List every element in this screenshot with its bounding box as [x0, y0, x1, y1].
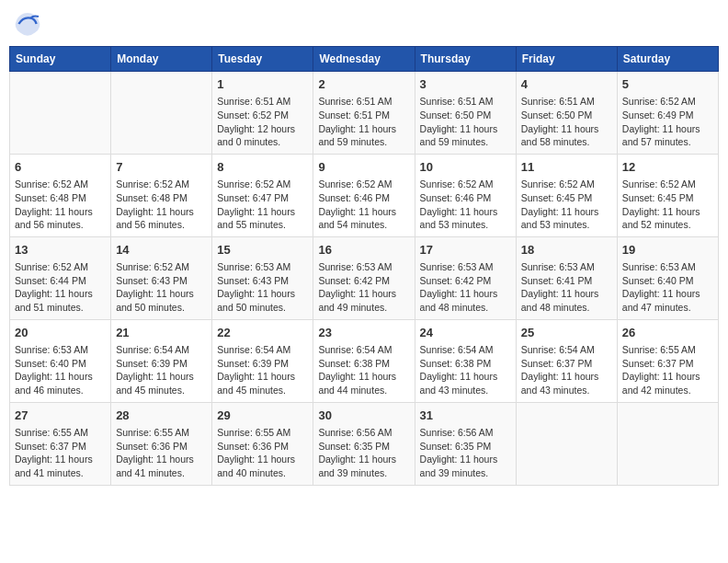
day-detail: and 57 minutes.: [622, 135, 713, 149]
day-number: 8: [217, 159, 308, 176]
day-number: 9: [318, 159, 409, 176]
day-detail: Sunrise: 6:56 AM: [318, 426, 409, 440]
day-detail: Sunrise: 6:55 AM: [622, 343, 713, 357]
day-detail: Daylight: 11 hours: [318, 122, 409, 136]
calendar-cell: 11Sunrise: 6:52 AMSunset: 6:45 PMDayligh…: [516, 154, 617, 236]
calendar-cell: 7Sunrise: 6:52 AMSunset: 6:48 PMDaylight…: [111, 154, 212, 236]
day-number: 4: [521, 76, 612, 93]
calendar-cell: 30Sunrise: 6:56 AMSunset: 6:35 PMDayligh…: [313, 402, 415, 485]
calendar-cell: 9Sunrise: 6:52 AMSunset: 6:46 PMDaylight…: [313, 154, 415, 236]
day-detail: and 59 minutes.: [420, 135, 511, 149]
day-number: 29: [217, 408, 308, 424]
day-detail: Sunrise: 6:52 AM: [521, 178, 612, 191]
day-number: 24: [420, 325, 511, 341]
day-number: 7: [116, 159, 207, 176]
day-detail: Sunset: 6:52 PM: [217, 109, 308, 122]
day-detail: Daylight: 11 hours: [116, 453, 207, 466]
day-detail: Sunrise: 6:55 AM: [217, 426, 308, 440]
week-row-5: 27Sunrise: 6:55 AMSunset: 6:37 PMDayligh…: [10, 402, 719, 485]
day-number: 21: [116, 325, 207, 341]
day-detail: Sunset: 6:38 PM: [420, 357, 511, 371]
day-number: 16: [318, 242, 409, 259]
day-detail: Sunset: 6:47 PM: [217, 191, 308, 205]
day-detail: and 50 minutes.: [116, 301, 207, 315]
calendar-cell: 27Sunrise: 6:55 AMSunset: 6:37 PMDayligh…: [10, 402, 111, 485]
day-number: 26: [622, 325, 713, 341]
day-detail: and 53 minutes.: [521, 218, 612, 232]
day-detail: Sunset: 6:46 PM: [318, 191, 409, 205]
day-detail: Daylight: 11 hours: [318, 287, 409, 301]
day-number: 28: [116, 408, 207, 424]
day-detail: Daylight: 11 hours: [116, 205, 207, 219]
calendar-cell: 15Sunrise: 6:53 AMSunset: 6:43 PMDayligh…: [212, 236, 313, 319]
day-detail: Daylight: 11 hours: [318, 370, 409, 384]
header-day-monday: Monday: [111, 47, 212, 72]
day-detail: Sunset: 6:42 PM: [420, 274, 511, 288]
day-number: 5: [622, 76, 713, 93]
day-detail: Sunrise: 6:51 AM: [521, 95, 612, 109]
calendar-cell: [516, 402, 617, 485]
day-detail: Sunset: 6:43 PM: [116, 274, 207, 288]
day-detail: and 54 minutes.: [318, 218, 409, 232]
day-detail: and 42 minutes.: [622, 384, 713, 397]
calendar-cell: 22Sunrise: 6:54 AMSunset: 6:39 PMDayligh…: [212, 319, 313, 402]
day-detail: Sunset: 6:45 PM: [622, 191, 713, 205]
day-detail: Daylight: 11 hours: [420, 205, 511, 219]
day-detail: and 59 minutes.: [318, 135, 409, 149]
day-detail: Sunrise: 6:54 AM: [420, 343, 511, 357]
day-detail: Sunset: 6:46 PM: [420, 191, 511, 205]
calendar-cell: 29Sunrise: 6:55 AMSunset: 6:36 PMDayligh…: [212, 402, 313, 485]
day-detail: Sunrise: 6:55 AM: [15, 426, 106, 440]
day-detail: Daylight: 11 hours: [116, 370, 207, 384]
day-detail: Daylight: 11 hours: [622, 122, 713, 136]
calendar-cell: [617, 402, 718, 485]
day-detail: and 41 minutes.: [15, 466, 106, 480]
calendar-cell: 17Sunrise: 6:53 AMSunset: 6:42 PMDayligh…: [415, 236, 516, 319]
day-number: 2: [318, 76, 409, 93]
header-day-tuesday: Tuesday: [212, 47, 313, 72]
day-detail: Sunrise: 6:52 AM: [622, 95, 713, 109]
day-detail: Daylight: 11 hours: [521, 122, 612, 136]
calendar-cell: 4Sunrise: 6:51 AMSunset: 6:50 PMDaylight…: [516, 72, 617, 155]
day-detail: Sunrise: 6:53 AM: [217, 260, 308, 274]
day-detail: and 45 minutes.: [116, 384, 207, 397]
day-detail: and 48 minutes.: [420, 301, 511, 315]
day-number: 15: [217, 242, 308, 259]
day-detail: Sunrise: 6:52 AM: [116, 178, 207, 191]
calendar-cell: 23Sunrise: 6:54 AMSunset: 6:38 PMDayligh…: [313, 319, 415, 402]
calendar-cell: 1Sunrise: 6:51 AMSunset: 6:52 PMDaylight…: [212, 72, 313, 155]
day-detail: Sunrise: 6:54 AM: [217, 343, 308, 357]
day-detail: Sunrise: 6:52 AM: [116, 260, 207, 274]
day-detail: and 44 minutes.: [318, 384, 409, 397]
day-detail: Sunset: 6:37 PM: [622, 357, 713, 371]
day-detail: and 51 minutes.: [15, 301, 106, 315]
day-detail: Sunrise: 6:52 AM: [15, 178, 106, 191]
day-detail: and 56 minutes.: [116, 218, 207, 232]
day-detail: Daylight: 11 hours: [622, 205, 713, 219]
day-detail: Sunrise: 6:51 AM: [420, 95, 511, 109]
calendar-table: SundayMondayTuesdayWednesdayThursdayFrid…: [9, 46, 719, 486]
header-day-wednesday: Wednesday: [313, 47, 415, 72]
day-detail: Daylight: 11 hours: [217, 287, 308, 301]
day-number: 27: [15, 408, 106, 424]
calendar-cell: 3Sunrise: 6:51 AMSunset: 6:50 PMDaylight…: [415, 72, 516, 155]
day-detail: Daylight: 11 hours: [420, 453, 511, 466]
day-detail: and 58 minutes.: [521, 135, 612, 149]
calendar-cell: 19Sunrise: 6:53 AMSunset: 6:40 PMDayligh…: [617, 236, 718, 319]
day-detail: and 40 minutes.: [217, 466, 308, 480]
day-detail: and 41 minutes.: [116, 466, 207, 480]
day-detail: Sunrise: 6:52 AM: [420, 178, 511, 191]
day-detail: Sunset: 6:36 PM: [217, 440, 308, 454]
day-detail: and 39 minutes.: [420, 466, 511, 480]
day-detail: Sunset: 6:45 PM: [521, 191, 612, 205]
day-detail: Sunset: 6:35 PM: [420, 440, 511, 454]
day-detail: and 49 minutes.: [318, 301, 409, 315]
day-detail: and 52 minutes.: [622, 218, 713, 232]
day-detail: Daylight: 11 hours: [622, 287, 713, 301]
day-detail: Daylight: 11 hours: [15, 287, 106, 301]
calendar-cell: 16Sunrise: 6:53 AMSunset: 6:42 PMDayligh…: [313, 236, 415, 319]
day-detail: Sunset: 6:42 PM: [318, 274, 409, 288]
calendar-body: 1Sunrise: 6:51 AMSunset: 6:52 PMDaylight…: [10, 72, 719, 486]
week-row-4: 20Sunrise: 6:53 AMSunset: 6:40 PMDayligh…: [10, 319, 719, 402]
day-detail: Sunrise: 6:52 AM: [318, 178, 409, 191]
